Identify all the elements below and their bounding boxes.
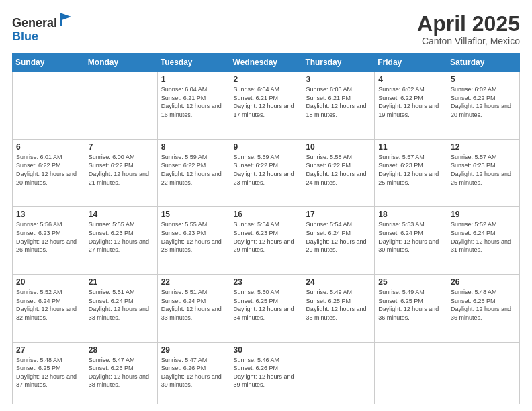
day-info: Sunrise: 5:52 AM Sunset: 6:24 PM Dayligh… (451, 220, 516, 254)
logo-flag-icon (59, 12, 74, 27)
day-info: Sunrise: 5:53 AM Sunset: 6:24 PM Dayligh… (378, 220, 443, 254)
day-number: 19 (451, 210, 516, 219)
calendar-cell: 18Sunrise: 5:53 AM Sunset: 6:24 PM Dayli… (375, 207, 447, 275)
day-info: Sunrise: 5:47 AM Sunset: 6:26 PM Dayligh… (89, 356, 154, 390)
day-number: 28 (89, 345, 154, 355)
day-info: Sunrise: 5:49 AM Sunset: 6:25 PM Dayligh… (306, 288, 371, 322)
day-number: 14 (89, 210, 154, 219)
calendar-cell: 24Sunrise: 5:49 AM Sunset: 6:25 PM Dayli… (302, 274, 375, 342)
calendar-cell: 3Sunrise: 6:03 AM Sunset: 6:21 PM Daylig… (302, 72, 375, 140)
day-number: 8 (161, 142, 226, 152)
calendar-cell: 19Sunrise: 5:52 AM Sunset: 6:24 PM Dayli… (447, 207, 520, 275)
day-info: Sunrise: 5:54 AM Sunset: 6:24 PM Dayligh… (306, 220, 371, 254)
subtitle: Canton Villaflor, Mexico (417, 36, 520, 46)
day-number: 29 (161, 345, 226, 355)
day-info: Sunrise: 5:59 AM Sunset: 6:22 PM Dayligh… (234, 153, 299, 187)
day-number: 27 (16, 345, 81, 355)
calendar-cell (375, 342, 447, 404)
day-info: Sunrise: 5:59 AM Sunset: 6:22 PM Dayligh… (161, 153, 226, 187)
svg-marker-0 (60, 13, 71, 26)
day-number: 5 (451, 75, 516, 84)
day-number: 22 (161, 277, 226, 287)
day-number: 10 (306, 142, 371, 152)
day-number: 25 (378, 277, 443, 287)
day-info: Sunrise: 6:04 AM Sunset: 6:21 PM Dayligh… (234, 85, 299, 119)
day-number: 16 (234, 210, 299, 219)
day-number: 12 (451, 142, 516, 152)
day-info: Sunrise: 5:52 AM Sunset: 6:24 PM Dayligh… (16, 288, 81, 322)
day-number: 18 (378, 210, 443, 219)
calendar-cell: 15Sunrise: 5:55 AM Sunset: 6:23 PM Dayli… (157, 207, 230, 275)
day-info: Sunrise: 5:57 AM Sunset: 6:23 PM Dayligh… (378, 153, 443, 187)
day-number: 7 (89, 142, 154, 152)
day-number: 3 (306, 75, 371, 84)
day-info: Sunrise: 5:48 AM Sunset: 6:25 PM Dayligh… (16, 356, 81, 390)
weekday-header-wednesday: Wednesday (230, 54, 302, 72)
day-number: 17 (306, 210, 371, 219)
calendar-cell: 16Sunrise: 5:54 AM Sunset: 6:23 PM Dayli… (230, 207, 302, 275)
day-info: Sunrise: 5:58 AM Sunset: 6:22 PM Dayligh… (306, 153, 371, 187)
weekday-header-friday: Friday (375, 54, 447, 72)
calendar-cell: 20Sunrise: 5:52 AM Sunset: 6:24 PM Dayli… (13, 274, 85, 342)
day-info: Sunrise: 5:56 AM Sunset: 6:23 PM Dayligh… (16, 220, 81, 254)
day-info: Sunrise: 6:00 AM Sunset: 6:22 PM Dayligh… (89, 153, 154, 187)
day-info: Sunrise: 5:55 AM Sunset: 6:23 PM Dayligh… (161, 220, 226, 254)
calendar-cell: 11Sunrise: 5:57 AM Sunset: 6:23 PM Dayli… (375, 139, 447, 207)
weekday-header-monday: Monday (85, 54, 157, 72)
day-number: 13 (16, 210, 81, 219)
day-number: 30 (234, 345, 299, 355)
calendar-table: SundayMondayTuesdayWednesdayThursdayFrid… (12, 53, 520, 404)
day-info: Sunrise: 5:51 AM Sunset: 6:24 PM Dayligh… (161, 288, 226, 322)
day-info: Sunrise: 5:54 AM Sunset: 6:23 PM Dayligh… (234, 220, 299, 254)
calendar-cell: 25Sunrise: 5:49 AM Sunset: 6:25 PM Dayli… (375, 274, 447, 342)
day-info: Sunrise: 6:02 AM Sunset: 6:22 PM Dayligh… (451, 85, 516, 119)
logo-general: General (12, 12, 74, 30)
day-number: 11 (378, 142, 443, 152)
calendar-cell: 2Sunrise: 6:04 AM Sunset: 6:21 PM Daylig… (230, 72, 302, 140)
day-info: Sunrise: 6:04 AM Sunset: 6:21 PM Dayligh… (161, 85, 226, 119)
logo: General Blue (12, 12, 74, 44)
day-number: 2 (234, 75, 299, 84)
main-title: April 2025 (417, 12, 520, 36)
day-number: 20 (16, 277, 81, 287)
calendar-cell: 21Sunrise: 5:51 AM Sunset: 6:24 PM Dayli… (85, 274, 157, 342)
calendar-cell (302, 342, 375, 404)
day-number: 4 (378, 75, 443, 84)
calendar-cell: 14Sunrise: 5:55 AM Sunset: 6:23 PM Dayli… (85, 207, 157, 275)
calendar-cell (13, 72, 85, 140)
day-info: Sunrise: 5:50 AM Sunset: 6:25 PM Dayligh… (234, 288, 299, 322)
title-block: April 2025 Canton Villaflor, Mexico (417, 12, 520, 46)
calendar-cell: 9Sunrise: 5:59 AM Sunset: 6:22 PM Daylig… (230, 139, 302, 207)
logo-blue-line: Blue (12, 30, 74, 44)
calendar-cell: 30Sunrise: 5:46 AM Sunset: 6:26 PM Dayli… (230, 342, 302, 404)
calendar-cell: 27Sunrise: 5:48 AM Sunset: 6:25 PM Dayli… (13, 342, 85, 404)
calendar-cell (447, 342, 520, 404)
calendar-cell: 4Sunrise: 6:02 AM Sunset: 6:22 PM Daylig… (375, 72, 447, 140)
calendar-cell: 5Sunrise: 6:02 AM Sunset: 6:22 PM Daylig… (447, 72, 520, 140)
calendar-cell: 8Sunrise: 5:59 AM Sunset: 6:22 PM Daylig… (157, 139, 230, 207)
day-info: Sunrise: 6:02 AM Sunset: 6:22 PM Dayligh… (378, 85, 443, 119)
header: General Blue April 2025 Canton Villaflor… (12, 12, 520, 46)
day-number: 23 (234, 277, 299, 287)
day-number: 1 (161, 75, 226, 84)
day-number: 26 (451, 277, 516, 287)
day-info: Sunrise: 6:03 AM Sunset: 6:21 PM Dayligh… (306, 85, 371, 119)
calendar-cell: 22Sunrise: 5:51 AM Sunset: 6:24 PM Dayli… (157, 274, 230, 342)
day-info: Sunrise: 5:48 AM Sunset: 6:25 PM Dayligh… (451, 288, 516, 322)
calendar-cell: 13Sunrise: 5:56 AM Sunset: 6:23 PM Dayli… (13, 207, 85, 275)
calendar-cell: 26Sunrise: 5:48 AM Sunset: 6:25 PM Dayli… (447, 274, 520, 342)
weekday-header-saturday: Saturday (447, 54, 520, 72)
day-info: Sunrise: 5:49 AM Sunset: 6:25 PM Dayligh… (378, 288, 443, 322)
weekday-header-tuesday: Tuesday (157, 54, 230, 72)
calendar-cell: 10Sunrise: 5:58 AM Sunset: 6:22 PM Dayli… (302, 139, 375, 207)
day-info: Sunrise: 5:47 AM Sunset: 6:26 PM Dayligh… (161, 356, 226, 390)
calendar-cell: 1Sunrise: 6:04 AM Sunset: 6:21 PM Daylig… (157, 72, 230, 140)
calendar-cell: 7Sunrise: 6:00 AM Sunset: 6:22 PM Daylig… (85, 139, 157, 207)
day-number: 15 (161, 210, 226, 219)
calendar-cell: 28Sunrise: 5:47 AM Sunset: 6:26 PM Dayli… (85, 342, 157, 404)
calendar-cell: 23Sunrise: 5:50 AM Sunset: 6:25 PM Dayli… (230, 274, 302, 342)
calendar-cell: 29Sunrise: 5:47 AM Sunset: 6:26 PM Dayli… (157, 342, 230, 404)
day-number: 6 (16, 142, 81, 152)
day-number: 21 (89, 277, 154, 287)
day-number: 9 (234, 142, 299, 152)
